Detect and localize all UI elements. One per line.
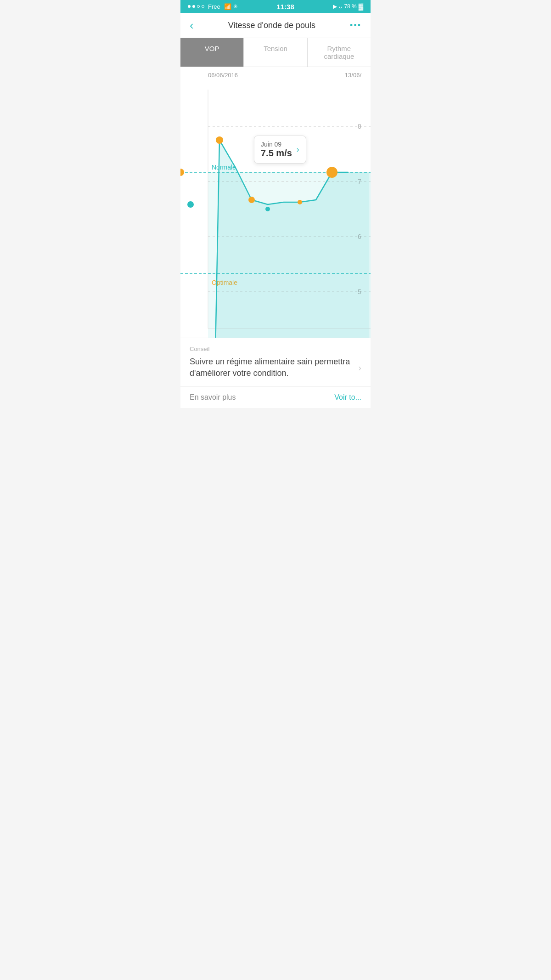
tab-rythme[interactable]: Rythme cardiaque: [308, 38, 371, 67]
signal-dot-4: [202, 5, 204, 8]
bluetooth-icon: ᴗ: [339, 3, 342, 10]
svg-point-22: [180, 169, 184, 176]
date-start: 06/06/2016: [208, 72, 238, 79]
chart-wrapper[interactable]: 8 7 6 5 Normale Optimale: [180, 80, 371, 338]
status-left: Free 📶 ✳: [188, 3, 238, 10]
battery-label: 78 %: [344, 3, 356, 10]
svg-point-16: [216, 136, 223, 144]
tab-tension[interactable]: Tension: [244, 38, 307, 67]
wifi-icon: 📶: [224, 3, 231, 10]
app-header: ‹ Vitesse d'onde de pouls •••: [180, 13, 371, 38]
battery-icon: ▓: [359, 3, 363, 10]
bottom-row: En savoir plus Voir to...: [180, 386, 371, 408]
svg-point-21: [187, 201, 194, 208]
status-bar: Free 📶 ✳ 11:38 ▶ ᴗ 78 % ▓: [180, 0, 371, 13]
chart-svg: 8 7 6 5 Normale Optimale: [180, 80, 371, 338]
date-end: 13/06/: [345, 72, 361, 79]
tooltip-content: Juin 09 7.5 m/s: [261, 141, 292, 159]
voir-link[interactable]: Voir to...: [334, 393, 361, 402]
conseil-section: Conseil Suivre un régime alimentaire sai…: [180, 338, 371, 386]
sync-icon: ✳: [233, 3, 238, 10]
conseil-row[interactable]: Suivre un régime alimentaire sain permet…: [190, 356, 361, 379]
date-row: 06/06/2016 13/06/: [180, 67, 371, 80]
tab-bar: VOP Tension Rythme cardiaque: [180, 38, 371, 67]
carrier-label: Free: [208, 3, 220, 10]
conseil-chevron-icon[interactable]: ›: [358, 363, 361, 373]
signal-dot-1: [188, 5, 191, 8]
en-savoir-link[interactable]: En savoir plus: [190, 393, 236, 402]
chart-tooltip[interactable]: Juin 09 7.5 m/s ›: [254, 136, 306, 164]
svg-point-19: [298, 200, 302, 204]
conseil-label: Conseil: [190, 346, 361, 352]
status-time: 11:38: [276, 3, 294, 11]
chart-area: 06/06/2016 13/06/: [180, 67, 371, 338]
tooltip-value: 7.5 m/s: [261, 148, 292, 159]
tooltip-arrow[interactable]: ›: [297, 145, 299, 154]
location-icon: ▶: [333, 3, 337, 10]
page-title: Vitesse d'onde de pouls: [198, 21, 345, 30]
svg-point-18: [265, 207, 270, 211]
back-button[interactable]: ‹: [190, 19, 194, 31]
signal-dot-3: [197, 5, 200, 8]
conseil-text: Suivre un régime alimentaire sain permet…: [190, 356, 354, 379]
more-button[interactable]: •••: [350, 21, 361, 30]
tooltip-date: Juin 09: [261, 141, 292, 148]
signal-dot-2: [192, 5, 195, 8]
status-right: ▶ ᴗ 78 % ▓: [333, 3, 363, 10]
tab-vop[interactable]: VOP: [180, 38, 244, 67]
svg-text:8: 8: [358, 123, 361, 130]
svg-point-20: [326, 167, 337, 178]
svg-point-17: [248, 197, 255, 203]
